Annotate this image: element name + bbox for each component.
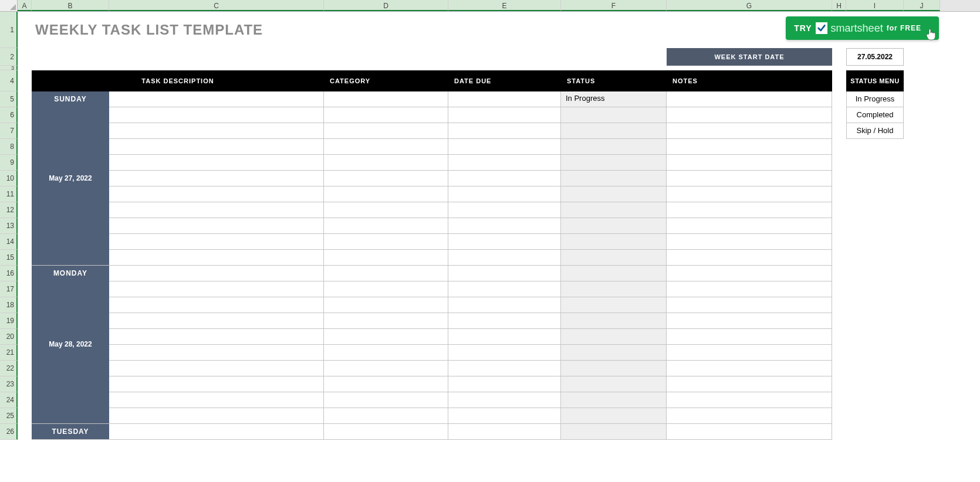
- task-desc-cell[interactable]: [109, 234, 324, 250]
- date-due-cell[interactable]: [448, 345, 561, 361]
- col-A-header[interactable]: A: [18, 0, 32, 11]
- row-9-header[interactable]: 9: [0, 155, 18, 171]
- row-1-header[interactable]: 1: [0, 12, 18, 48]
- date-due-cell[interactable]: [448, 123, 561, 139]
- status-menu-item[interactable]: In Progress: [846, 91, 904, 107]
- category-cell[interactable]: [324, 123, 448, 139]
- col-I-header[interactable]: I: [846, 0, 904, 11]
- date-due-cell[interactable]: [448, 107, 561, 123]
- row-8-header[interactable]: 8: [0, 139, 18, 155]
- category-cell[interactable]: [324, 139, 448, 155]
- row-25-header[interactable]: 25: [0, 408, 18, 424]
- date-due-cell[interactable]: [448, 202, 561, 218]
- notes-cell[interactable]: [667, 234, 832, 250]
- notes-cell[interactable]: [667, 250, 832, 266]
- date-due-cell[interactable]: [448, 91, 561, 107]
- status-cell[interactable]: [561, 123, 667, 139]
- notes-cell[interactable]: [667, 392, 832, 408]
- row-4-header[interactable]: 4: [0, 70, 18, 91]
- category-cell[interactable]: [324, 313, 448, 329]
- task-desc-cell[interactable]: [109, 313, 324, 329]
- date-due-cell[interactable]: [448, 266, 561, 281]
- date-due-cell[interactable]: [448, 155, 561, 171]
- week-start-date[interactable]: 27.05.2022: [846, 48, 904, 66]
- notes-cell[interactable]: [667, 186, 832, 202]
- status-cell[interactable]: [561, 202, 667, 218]
- notes-cell[interactable]: [667, 155, 832, 171]
- status-cell[interactable]: [561, 392, 667, 408]
- notes-cell[interactable]: [667, 313, 832, 329]
- task-desc-cell[interactable]: [109, 297, 324, 313]
- col-E-header[interactable]: E: [448, 0, 561, 11]
- date-due-cell[interactable]: [448, 392, 561, 408]
- task-desc-cell[interactable]: [109, 139, 324, 155]
- notes-cell[interactable]: [667, 123, 832, 139]
- date-due-cell[interactable]: [448, 171, 561, 186]
- task-desc-cell[interactable]: [109, 123, 324, 139]
- date-due-cell[interactable]: [448, 313, 561, 329]
- status-cell[interactable]: [561, 139, 667, 155]
- notes-cell[interactable]: [667, 171, 832, 186]
- task-desc-cell[interactable]: [109, 171, 324, 186]
- try-smartsheet-button[interactable]: TRY smartsheet for FREE: [786, 16, 939, 40]
- category-cell[interactable]: [324, 171, 448, 186]
- row-18-header[interactable]: 18: [0, 297, 18, 313]
- row-13-header[interactable]: 13: [0, 218, 18, 234]
- row-10-header[interactable]: 10: [0, 171, 18, 186]
- status-cell[interactable]: [561, 107, 667, 123]
- notes-cell[interactable]: [667, 266, 832, 281]
- task-desc-cell[interactable]: [109, 266, 324, 281]
- row-6-header[interactable]: 6: [0, 107, 18, 123]
- row-23-header[interactable]: 23: [0, 376, 18, 392]
- status-cell[interactable]: [561, 345, 667, 361]
- category-cell[interactable]: [324, 361, 448, 376]
- task-desc-cell[interactable]: [109, 107, 324, 123]
- col-F-header[interactable]: F: [561, 0, 667, 11]
- date-due-cell[interactable]: [448, 408, 561, 424]
- notes-cell[interactable]: [667, 107, 832, 123]
- col-G-header[interactable]: G: [667, 0, 832, 11]
- task-desc-cell[interactable]: [109, 218, 324, 234]
- category-cell[interactable]: [324, 107, 448, 123]
- task-desc-cell[interactable]: [109, 91, 324, 107]
- row-15-header[interactable]: 15: [0, 250, 18, 266]
- notes-cell[interactable]: [667, 376, 832, 392]
- col-H-header[interactable]: H: [832, 0, 846, 11]
- task-desc-cell[interactable]: [109, 408, 324, 424]
- category-cell[interactable]: [324, 392, 448, 408]
- status-cell[interactable]: [561, 171, 667, 186]
- status-cell[interactable]: [561, 234, 667, 250]
- category-cell[interactable]: [324, 266, 448, 281]
- notes-cell[interactable]: [667, 218, 832, 234]
- col-B-header[interactable]: B: [32, 0, 109, 11]
- category-cell[interactable]: [324, 250, 448, 266]
- notes-cell[interactable]: [667, 281, 832, 297]
- row-14-header[interactable]: 14: [0, 234, 18, 250]
- notes-cell[interactable]: [667, 408, 832, 424]
- row-24-header[interactable]: 24: [0, 392, 18, 408]
- task-desc-cell[interactable]: [109, 202, 324, 218]
- row-11-header[interactable]: 11: [0, 186, 18, 202]
- status-cell[interactable]: [561, 218, 667, 234]
- row-3-header[interactable]: 3: [0, 66, 18, 70]
- row-16-header[interactable]: 16: [0, 266, 18, 281]
- row-21-header[interactable]: 21: [0, 345, 18, 361]
- notes-cell[interactable]: [667, 329, 832, 345]
- task-desc-cell[interactable]: [109, 155, 324, 171]
- row-19-header[interactable]: 19: [0, 313, 18, 329]
- task-desc-cell[interactable]: [109, 392, 324, 408]
- row-7-header[interactable]: 7: [0, 123, 18, 139]
- row-17-header[interactable]: 17: [0, 281, 18, 297]
- date-due-cell[interactable]: [448, 297, 561, 313]
- status-cell[interactable]: [561, 155, 667, 171]
- date-due-cell[interactable]: [448, 250, 561, 266]
- notes-cell[interactable]: [667, 297, 832, 313]
- notes-cell[interactable]: [667, 139, 832, 155]
- date-due-cell[interactable]: [448, 376, 561, 392]
- date-due-cell[interactable]: [448, 361, 561, 376]
- category-cell[interactable]: [324, 218, 448, 234]
- task-desc-cell[interactable]: [109, 250, 324, 266]
- task-desc-cell[interactable]: [109, 186, 324, 202]
- status-cell[interactable]: [561, 250, 667, 266]
- task-desc-cell[interactable]: [109, 281, 324, 297]
